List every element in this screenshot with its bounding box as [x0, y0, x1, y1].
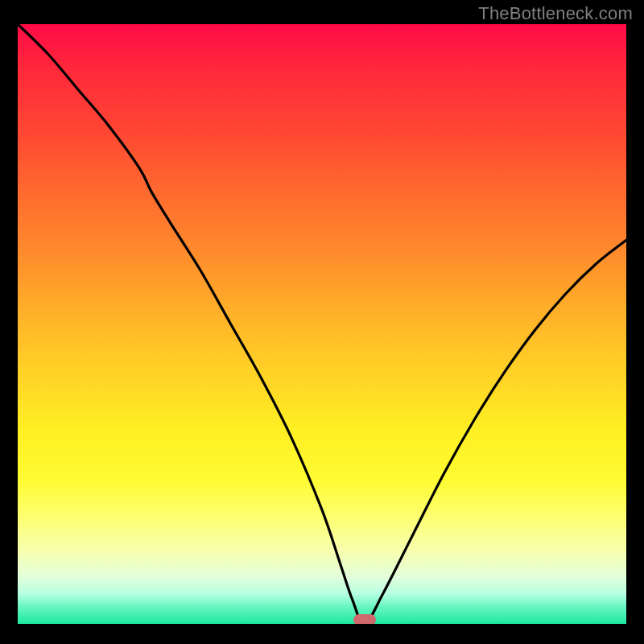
bottleneck-curve-path — [18, 24, 626, 624]
chart-frame: TheBottleneck.com — [0, 0, 644, 644]
curve-svg — [18, 24, 626, 624]
watermark-text: TheBottleneck.com — [478, 3, 633, 24]
plot-area — [18, 24, 626, 624]
minimum-marker — [353, 614, 376, 624]
